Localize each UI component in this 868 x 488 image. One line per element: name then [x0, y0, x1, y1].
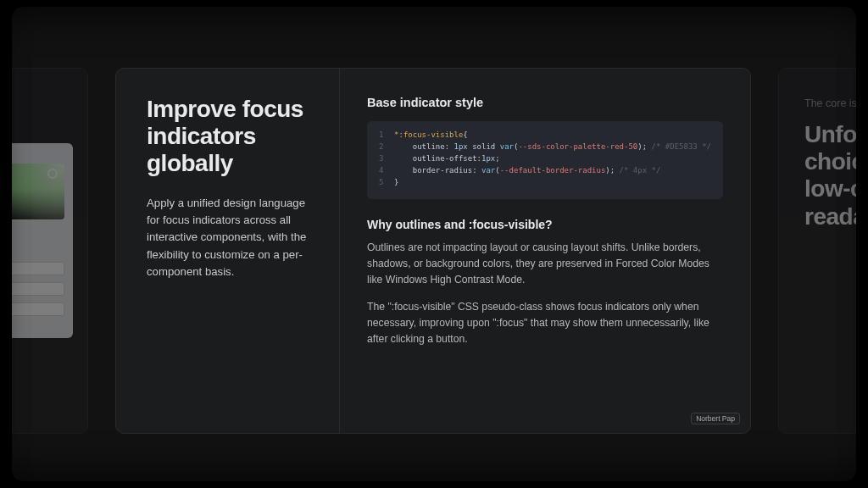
placeholder-input-2[interactable] [12, 282, 64, 296]
presentation-stage: Text color #AFFA9F Clear styling Improve… [12, 7, 856, 481]
slide-previous[interactable]: Text color #AFFA9F Clear styling [12, 68, 88, 434]
why-paragraph-2: The ":focus-visible" CSS pseudo-class sh… [367, 299, 723, 347]
hex-value: #AFFA9F [12, 225, 64, 233]
line-number: 3 [379, 153, 394, 165]
placeholder-input-3[interactable] [12, 302, 64, 316]
slide-current: Improve focus indicators globally Apply … [115, 68, 751, 434]
slide-next[interactable]: The core issue Unfortunate choices and l… [778, 68, 856, 434]
code-heading: Base indicator style [367, 96, 723, 109]
line-number: 2 [379, 141, 394, 153]
line-number: 4 [379, 165, 394, 177]
next-slide-kicker: The core issue [804, 97, 856, 109]
code-block: 1*:focus-visible{ 2 outline: 1px solid v… [367, 121, 723, 199]
slide-lede: Apply a unified design language for focu… [147, 195, 315, 281]
line-number: 5 [379, 177, 394, 189]
slide-right-column: Base indicator style 1*:focus-visible{ 2… [339, 69, 750, 433]
why-heading: Why outlines and :focus-visible? [367, 218, 723, 231]
line-number: 1 [379, 130, 394, 141]
attribution-badge: Norbert Pap [691, 413, 740, 424]
color-swatch[interactable] [12, 164, 64, 219]
slide-strip: Text color #AFFA9F Clear styling Improve… [12, 68, 856, 434]
slide-left-column: Improve focus indicators globally Apply … [116, 69, 339, 433]
label-text-color: Text color [12, 150, 64, 158]
why-paragraph-1: Outlines are not impacting layout or cau… [367, 240, 723, 288]
placeholder-input-1[interactable] [12, 262, 64, 275]
slide-title: Improve focus indicators globally [147, 96, 315, 178]
color-picker-panel: Text color #AFFA9F Clear styling [12, 143, 73, 338]
next-slide-title: Unfortunate choices and low-contrast rea… [804, 121, 856, 230]
clear-styling-label[interactable]: Clear styling [12, 241, 64, 250]
